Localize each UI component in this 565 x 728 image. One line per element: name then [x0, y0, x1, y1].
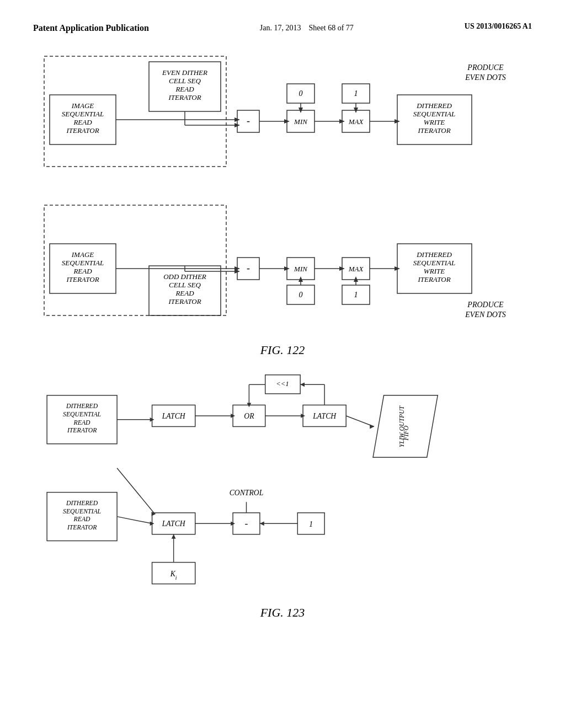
svg-text:0: 0: [299, 89, 303, 98]
svg-text:LATCH: LATCH: [162, 412, 186, 420]
header-sheet: Sheet 68 of 77: [309, 24, 354, 32]
svg-text:READ: READ: [175, 85, 194, 93]
svg-text:SEQUENTIAL: SEQUENTIAL: [413, 259, 456, 267]
header-left: Patent Application Publication: [33, 22, 149, 34]
svg-marker-70: [299, 276, 303, 282]
svg-text:SEQUENTIAL: SEQUENTIAL: [63, 411, 101, 418]
svg-text:ODD DITHER: ODD DITHER: [163, 272, 206, 281]
page: Patent Application Publication Jan. 17, …: [0, 0, 565, 728]
header-date: Jan. 17, 2013: [260, 24, 301, 32]
svg-text:MIN: MIN: [294, 265, 308, 273]
svg-text:1: 1: [354, 291, 358, 299]
svg-text:ITERATOR: ITERATOR: [168, 297, 201, 306]
svg-text:1: 1: [354, 89, 358, 98]
svg-text:MAX: MAX: [348, 117, 364, 126]
svg-text:ITERATOR: ITERATOR: [66, 126, 99, 135]
svg-text:ITERATOR: ITERATOR: [417, 275, 450, 283]
produce-even-top: PRODUCE: [467, 63, 504, 72]
svg-marker-72: [354, 276, 358, 282]
fig123-svg: DITHEREDSEQUENTIALREADITERATORDITHEREDSE…: [33, 368, 530, 600]
svg-marker-124: [300, 383, 305, 387]
svg-line-114: [117, 517, 152, 524]
svg-text:CELL SEQ: CELL SEQ: [169, 281, 201, 289]
fig122-svg: IMAGE SEQUENTIAL READ ITERATOR EVEN DITH…: [33, 51, 530, 338]
svg-text:WRITE: WRITE: [424, 118, 445, 126]
svg-text:ITERATOR: ITERATOR: [168, 93, 201, 101]
svg-text:PRODUCE: PRODUCE: [467, 301, 504, 309]
svg-text:CELL SEQ: CELL SEQ: [169, 77, 201, 85]
svg-text:LATCH: LATCH: [162, 520, 186, 528]
svg-text:MAX: MAX: [348, 265, 364, 273]
svg-text:LATCH: LATCH: [312, 412, 337, 420]
svg-text:0: 0: [299, 291, 303, 299]
svg-text:SEQUENTIAL: SEQUENTIAL: [62, 110, 104, 118]
svg-text:DITHERED: DITHERED: [416, 250, 452, 259]
svg-marker-133: [172, 534, 176, 539]
svg-text:-: -: [247, 115, 250, 126]
svg-text:IMAGE: IMAGE: [71, 250, 94, 259]
svg-text:READ: READ: [175, 289, 194, 297]
svg-text:Ki: Ki: [170, 570, 177, 581]
svg-text:READ: READ: [73, 118, 92, 126]
even-dither-label: EVEN DITHER: [162, 68, 207, 77]
svg-text:READ: READ: [73, 267, 92, 275]
svg-text:SEQUENTIAL: SEQUENTIAL: [63, 508, 101, 515]
svg-marker-121: [370, 425, 374, 429]
fig123-label: FIG. 123: [33, 606, 532, 620]
svg-line-135: [117, 468, 154, 514]
image-seq-1-label: IMAGE: [71, 101, 94, 110]
header-center: Jan. 17, 2013 Sheet 68 of 77: [260, 22, 354, 34]
svg-text:<<1: <<1: [276, 381, 289, 388]
patent-number: US 2013/0016265 A1: [465, 22, 532, 30]
svg-text:CONTROL: CONTROL: [230, 489, 263, 497]
publication-title: Patent Application Publication: [33, 23, 149, 33]
svg-text:-: -: [247, 263, 250, 274]
fig123-section: DITHEREDSEQUENTIALREADITERATORDITHEREDSE…: [33, 368, 532, 620]
svg-text:ITERATOR: ITERATOR: [66, 275, 99, 283]
svg-text:OR: OR: [244, 412, 254, 420]
svg-text:ITERATOR: ITERATOR: [67, 524, 97, 531]
svg-text:READ: READ: [73, 516, 90, 523]
svg-text:FIFO: FIFO: [403, 426, 410, 441]
svg-text:READ: READ: [73, 419, 90, 426]
svg-text:DITHERED: DITHERED: [66, 500, 98, 507]
svg-text:ITERATOR: ITERATOR: [67, 427, 97, 435]
svg-text:DITHERED: DITHERED: [66, 403, 98, 410]
svg-text:MIN: MIN: [294, 117, 308, 126]
header-right: US 2013/0016265 A1: [465, 22, 532, 31]
svg-text:SEQUENTIAL: SEQUENTIAL: [62, 259, 104, 267]
svg-text:EVEN DOTS: EVEN DOTS: [465, 73, 506, 82]
svg-text:WRITE: WRITE: [424, 267, 445, 275]
svg-text:-: -: [245, 518, 248, 529]
dithered-write-1-label: DITHERED: [416, 101, 452, 110]
fig122-label: FIG. 122: [33, 343, 532, 357]
svg-marker-131: [260, 522, 264, 526]
svg-text:SEQUENTIAL: SEQUENTIAL: [413, 110, 456, 118]
header: Patent Application Publication Jan. 17, …: [33, 22, 532, 34]
fig122-section: IMAGE SEQUENTIAL READ ITERATOR EVEN DITH…: [33, 51, 532, 357]
svg-text:1: 1: [309, 521, 313, 529]
svg-text:EVEN DOTS: EVEN DOTS: [465, 311, 506, 319]
svg-text:ITERATOR: ITERATOR: [417, 126, 450, 135]
